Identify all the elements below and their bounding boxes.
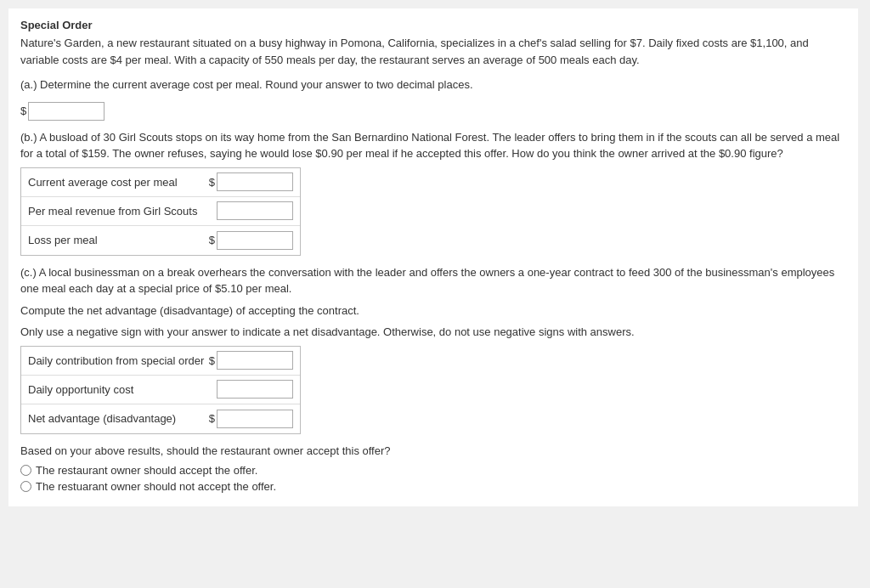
row-label: Current average cost per meal: [28, 176, 209, 189]
part-c-intro1: (c.) A local businessman on a break over…: [20, 264, 846, 297]
table-row: Net advantage (disadvantage) $: [21, 404, 300, 433]
row-dollar: $: [209, 354, 215, 367]
table-row: Loss per meal $: [21, 226, 300, 255]
part-c-intro2: Compute the net advantage (disadvantage)…: [20, 302, 846, 319]
part-c-intro3: Only use a negative sign with your answe…: [20, 324, 846, 341]
current-avg-cost-input[interactable]: [217, 172, 293, 191]
row-dollar: $: [209, 412, 215, 425]
row-label: Net advantage (disadvantage): [28, 412, 209, 425]
section-title: Special Order: [20, 19, 846, 31]
part-b-table: Current average cost per meal $ Per meal…: [20, 167, 301, 256]
row-label: Daily opportunity cost: [28, 383, 217, 396]
row-dollar: $: [209, 234, 215, 246]
table-row: Per meal revenue from Girl Scouts: [21, 197, 300, 226]
table-row: Daily contribution from special order $: [21, 347, 300, 376]
daily-contribution-input[interactable]: [217, 351, 293, 370]
radio-reject[interactable]: [20, 481, 31, 492]
main-container: Special Order Nature's Garden, a new res…: [8, 8, 858, 506]
net-advantage-input[interactable]: [217, 410, 293, 428]
row-dollar: $: [209, 176, 215, 189]
part-a-input-row: $: [20, 102, 846, 121]
table-row: Current average cost per meal $: [21, 168, 300, 197]
daily-opportunity-cost-input[interactable]: [217, 380, 293, 399]
row-label: Daily contribution from special order: [28, 354, 209, 367]
radio-option-reject[interactable]: The restuarant owner should not accept t…: [20, 480, 846, 493]
intro-text: Nature's Garden, a new restaurant situat…: [20, 35, 846, 68]
radio-reject-label: The restuarant owner should not accept t…: [36, 480, 276, 493]
part-b-label: (b.) A busload of 30 Girl Scouts stops o…: [20, 129, 846, 162]
radio-accept[interactable]: [20, 465, 31, 476]
radio-accept-label: The restaurant owner should accept the o…: [36, 464, 257, 477]
row-label: Loss per meal: [28, 234, 209, 246]
table-row: Daily opportunity cost: [21, 376, 300, 404]
part-a-input[interactable]: [28, 102, 105, 121]
part-c-table: Daily contribution from special order $ …: [20, 346, 301, 434]
per-meal-revenue-input[interactable]: [217, 201, 293, 220]
row-label: Per meal revenue from Girl Scouts: [28, 205, 217, 218]
part-a-label: (a.) Determine the current average cost …: [20, 76, 846, 93]
part-d-question: Based on your above results, should the …: [20, 443, 846, 460]
part-a-dollar: $: [20, 105, 26, 117]
radio-option-accept[interactable]: The restaurant owner should accept the o…: [20, 464, 846, 477]
loss-per-meal-input[interactable]: [217, 231, 293, 250]
